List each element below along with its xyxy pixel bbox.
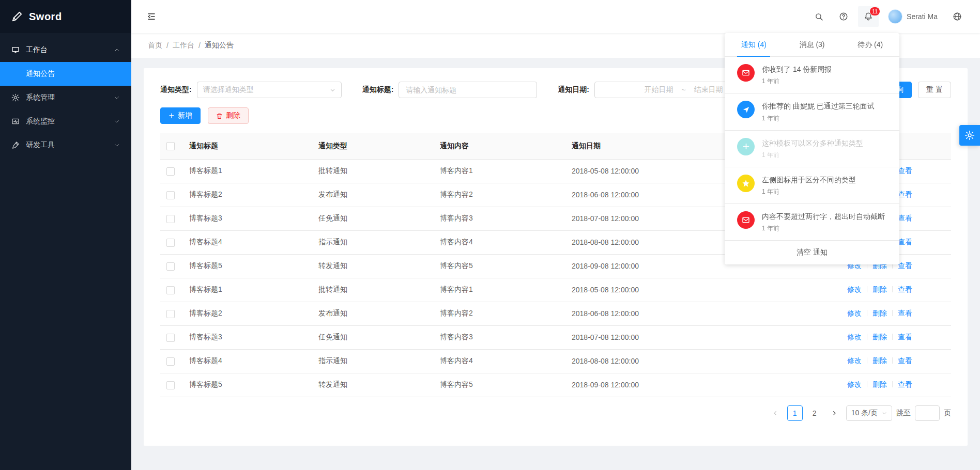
breadcrumb-separator: /	[198, 41, 201, 50]
pagination-next[interactable]	[826, 405, 842, 421]
edit-link[interactable]: 修改	[847, 356, 862, 365]
delete-link[interactable]: 删除	[862, 356, 887, 365]
user-name: Serati Ma	[907, 12, 938, 21]
date-end-placeholder: 结束日期	[694, 85, 723, 95]
breadcrumb-current: 通知公告	[205, 41, 234, 50]
row-checkbox[interactable]	[166, 381, 175, 389]
globe-icon[interactable]	[947, 6, 968, 27]
add-button[interactable]: 新增	[160, 107, 201, 124]
select-all-checkbox[interactable]	[166, 142, 175, 150]
notice-date-label: 通知日期:	[558, 85, 589, 95]
chevron-down-icon	[882, 411, 887, 416]
col-content: 通知内容	[434, 133, 565, 159]
chevron-down-icon	[114, 118, 120, 124]
row-checkbox[interactable]	[166, 310, 175, 318]
notice-title-field	[399, 82, 537, 98]
date-start-placeholder: 开始日期	[644, 85, 673, 95]
notification-item[interactable]: 你推荐的 曲妮妮 已通过第三轮面试 1 年前	[725, 93, 899, 130]
table-row: 博客标题2 发布通知 博客内容2 2018-06-08 12:00:00 修改删…	[160, 302, 951, 325]
notice-type-placeholder: 请选择通知类型	[203, 85, 254, 95]
delete-link[interactable]: 删除	[862, 309, 887, 317]
sidebar-item-system-monitor[interactable]: 系统监控	[0, 109, 131, 133]
sidebar: Sword 工作台 通知公告 系统管理	[0, 0, 131, 470]
send-icon	[737, 101, 755, 118]
jump-label: 跳至	[896, 409, 911, 418]
sidebar-item-workbench[interactable]: 工作台	[0, 38, 131, 62]
chevron-up-icon	[114, 47, 120, 53]
menu-fold-icon[interactable]	[143, 8, 160, 25]
breadcrumb-section[interactable]: 工作台	[173, 41, 194, 50]
row-checkbox[interactable]	[166, 357, 175, 366]
notification-popover: 通知 (4) 消息 (3) 待办 (4) 你收到了 14 份新周报 1 年前 你…	[725, 33, 899, 264]
notice-title-label: 通知标题:	[362, 85, 394, 95]
row-checkbox[interactable]	[166, 191, 175, 199]
notice-title-input[interactable]	[405, 85, 531, 95]
view-link[interactable]: 查看	[887, 356, 912, 365]
mail-icon	[737, 211, 755, 229]
pagination: 1 2 10 条/页 跳至 页	[160, 405, 951, 421]
reset-button[interactable]: 重 置	[918, 82, 951, 98]
chevron-down-icon	[330, 87, 335, 93]
row-checkbox[interactable]	[166, 215, 175, 223]
notice-type-label: 通知类型:	[160, 85, 192, 95]
sidebar-item-system-mgmt[interactable]: 系统管理	[0, 86, 131, 109]
row-checkbox[interactable]	[166, 286, 175, 294]
pagination-page-1[interactable]: 1	[787, 405, 803, 421]
user-menu[interactable]: Serati Ma	[883, 6, 943, 27]
row-checkbox[interactable]	[166, 334, 175, 342]
trash-icon	[216, 113, 223, 119]
edit-link[interactable]: 修改	[847, 380, 862, 388]
table-row: 博客标题5 转发通知 博客内容5 2018-09-08 12:00:00 修改删…	[160, 373, 951, 397]
table-row: 博客标题3 任免通知 博客内容3 2018-07-08 12:00:00 修改删…	[160, 325, 951, 349]
notification-item[interactable]: 内容不要超过两行字，超出时自动截断 1 年前	[725, 204, 899, 241]
breadcrumb-home[interactable]: 首页	[148, 41, 162, 50]
pagination-page-2[interactable]: 2	[807, 405, 822, 421]
edit-link[interactable]: 修改	[847, 309, 862, 317]
sidebar-menu: 工作台 通知公告 系统管理 系统监控	[0, 33, 131, 157]
edit-link[interactable]: 修改	[847, 333, 862, 341]
sword-logo-icon	[11, 11, 23, 22]
top-header: 11 Serati Ma	[131, 0, 980, 33]
row-checkbox[interactable]	[166, 262, 175, 271]
view-link[interactable]: 查看	[887, 333, 912, 341]
clear-notifications-button[interactable]: 清空 通知	[725, 241, 899, 264]
notification-item[interactable]: 左侧图标用于区分不同的类型 1 年前	[725, 167, 899, 204]
delete-link[interactable]: 删除	[862, 333, 887, 341]
plus-icon	[169, 113, 175, 119]
view-link[interactable]: 查看	[887, 285, 912, 293]
sidebar-item-dev-tools[interactable]: 研发工具	[0, 133, 131, 157]
notification-item-read[interactable]: 这种模板可以区分多种通知类型 1 年前	[725, 131, 899, 167]
delete-button[interactable]: 删除	[208, 107, 249, 124]
notice-type-select[interactable]: 请选择通知类型	[197, 82, 342, 98]
edit-link[interactable]: 修改	[847, 285, 862, 293]
sidebar-item-notice[interactable]: 通知公告	[0, 62, 131, 86]
search-icon[interactable]	[808, 6, 829, 27]
view-link[interactable]: 查看	[887, 309, 912, 317]
plus-icon	[737, 138, 755, 155]
row-checkbox[interactable]	[166, 167, 175, 176]
notification-tabs: 通知 (4) 消息 (3) 待办 (4)	[725, 33, 899, 57]
chevron-down-icon	[114, 142, 120, 148]
table-row: 博客标题4 指示通知 博客内容4 2018-08-08 12:00:00 修改删…	[160, 349, 951, 373]
tab-todos[interactable]: 待办 (4)	[841, 33, 899, 56]
delete-link[interactable]: 删除	[862, 285, 887, 293]
page-jump-input[interactable]	[915, 405, 940, 421]
col-title: 通知标题	[183, 133, 312, 159]
tool-icon	[11, 141, 20, 149]
view-link[interactable]: 查看	[887, 380, 912, 388]
delete-link[interactable]: 删除	[862, 380, 887, 388]
gear-icon	[964, 130, 975, 140]
theme-settings-button[interactable]	[959, 125, 980, 146]
page-size-select[interactable]: 10 条/页	[846, 405, 892, 421]
tab-messages[interactable]: 消息 (3)	[783, 33, 841, 56]
tab-notifications[interactable]: 通知 (4)	[725, 33, 783, 56]
bell-icon[interactable]: 11	[858, 6, 879, 27]
notification-item[interactable]: 你收到了 14 份新周报 1 年前	[725, 57, 899, 93]
row-checkbox[interactable]	[166, 239, 175, 247]
help-icon[interactable]	[833, 6, 854, 27]
pagination-prev[interactable]	[768, 405, 783, 421]
app-title: Sword	[29, 11, 62, 23]
app-logo[interactable]: Sword	[0, 0, 131, 33]
header-actions: 11 Serati Ma	[808, 6, 968, 27]
notification-badge: 11	[870, 7, 880, 15]
